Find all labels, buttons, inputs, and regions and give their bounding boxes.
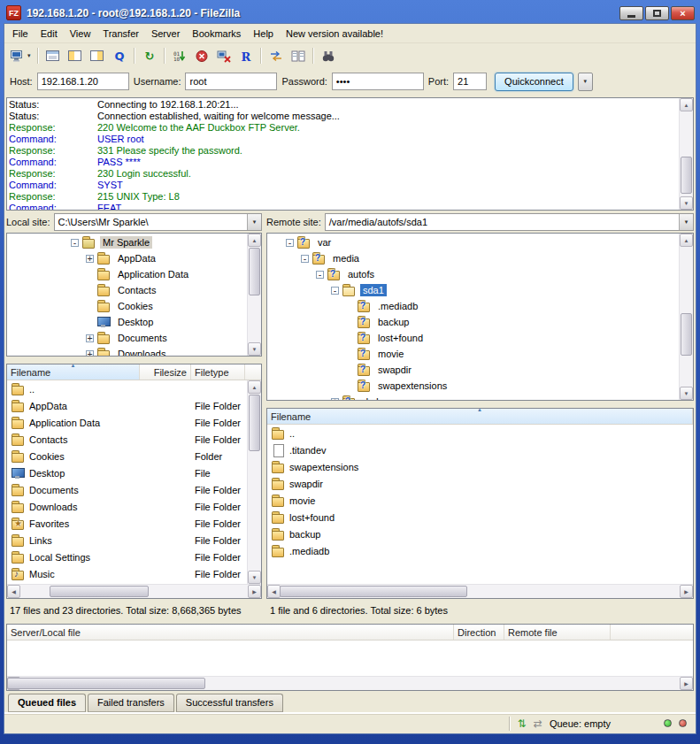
scroll-right-button[interactable]: ▶ [248, 585, 261, 598]
file-row[interactable]: DocumentsFile Folder [7, 481, 261, 498]
log-vertical-scrollbar[interactable]: ▲ ▼ [679, 98, 693, 210]
file-row[interactable]: .mediadb [267, 542, 693, 559]
toggle-message-log-button[interactable] [42, 46, 64, 65]
title-bar[interactable]: FZ 192.168.1.20 - root@192.168.1.20 - Fi… [0, 0, 700, 23]
scroll-right-button[interactable]: ▶ [680, 585, 693, 598]
collapse-icon[interactable]: - [331, 287, 339, 295]
quickconnect-button[interactable]: Quickconnect [495, 73, 573, 91]
file-row[interactable]: ♪MusicFile Folder [7, 565, 261, 582]
tab-queued-files[interactable]: Queued files [8, 694, 86, 712]
file-row[interactable]: .. [7, 380, 261, 397]
chevron-down-icon[interactable]: ▾ [679, 214, 693, 230]
remote-tree-scrollbar[interactable]: ▲ ▼ [679, 234, 693, 400]
file-row[interactable]: AppDataFile Folder [7, 397, 261, 414]
local-list-vertical-scrollbar[interactable]: ▲ ▼ [247, 380, 261, 584]
synchronized-browsing-button[interactable] [288, 46, 309, 65]
close-button[interactable]: × [671, 6, 695, 20]
scroll-down-button[interactable]: ▼ [680, 387, 693, 400]
tree-item[interactable]: -?media [267, 250, 679, 266]
tab-successful-transfers[interactable]: Successful transfers [176, 694, 283, 712]
file-row[interactable]: movie [267, 492, 693, 509]
file-row[interactable]: swapextensions [267, 458, 693, 475]
refresh-button[interactable]: ↻ [139, 46, 160, 65]
scrollbar-thumb[interactable] [50, 586, 149, 597]
local-site-combo[interactable]: C:\Users\Mr Sparkle\ ▾ [54, 213, 262, 231]
menu-item-view[interactable]: View [64, 26, 97, 42]
host-input[interactable] [37, 73, 129, 90]
file-row[interactable]: .titandev [267, 441, 693, 458]
tree-item[interactable]: ?movie [267, 346, 679, 362]
scrollbar-thumb[interactable] [681, 313, 692, 356]
scrollbar-thumb[interactable] [681, 157, 692, 195]
toggle-queue-button[interactable]: Q [109, 46, 130, 65]
quickconnect-dropdown-button[interactable]: ▾ [578, 73, 593, 91]
menu-item-file[interactable]: File [6, 26, 35, 42]
menu-item-transfer[interactable]: Transfer [96, 26, 145, 42]
column-header-filename[interactable]: ▲Filename [7, 364, 140, 380]
file-row[interactable]: ★FavoritesFile Folder [7, 515, 261, 532]
scrollbar-thumb[interactable] [249, 395, 260, 451]
tree-item[interactable]: Desktop [7, 314, 247, 330]
site-manager-button[interactable]: ▾ [8, 46, 34, 65]
remote-list-horizontal-scrollbar[interactable]: ◀ ▶ [267, 584, 693, 598]
file-row[interactable]: DownloadsFile Folder [7, 498, 261, 515]
column-header-filetype[interactable]: Filetype [191, 364, 245, 380]
password-input[interactable] [332, 73, 424, 90]
local-tree-scrollbar[interactable]: ▲ ▼ [247, 234, 261, 356]
file-row[interactable]: CookiesFolder [7, 448, 261, 464]
minimize-button[interactable] [619, 6, 643, 20]
column-header-filesize[interactable]: Filesize [140, 364, 191, 380]
scroll-left-button[interactable]: ◀ [267, 585, 281, 598]
tree-item[interactable]: ?backup [267, 314, 679, 330]
scroll-up-button[interactable]: ▲ [248, 234, 261, 247]
toggle-local-tree-button[interactable] [65, 46, 86, 65]
file-row[interactable]: ContactsFile Folder [7, 431, 261, 448]
toggle-remote-tree-button[interactable] [87, 46, 108, 65]
tree-item[interactable]: ?swapdir [267, 362, 679, 378]
local-list-horizontal-scrollbar[interactable]: ◀ ▶ [7, 584, 261, 598]
tree-item[interactable]: Contacts [7, 282, 247, 298]
tree-item[interactable]: Application Data [7, 266, 247, 282]
tree-item[interactable]: +AppData [7, 250, 247, 266]
tree-item[interactable]: -?autofs [267, 266, 679, 282]
tree-item[interactable]: -sda1 [267, 282, 679, 298]
column-header-filename[interactable]: ▲Filename [267, 409, 693, 424]
tree-item[interactable]: ?lost+found [267, 330, 679, 346]
menu-item-server[interactable]: Server [145, 26, 186, 42]
file-row[interactable]: Local SettingsFile Folder [7, 548, 261, 565]
menu-item-edit[interactable]: Edit [35, 26, 64, 42]
column-header-direction[interactable]: Direction [454, 625, 504, 640]
horizontal-splitter[interactable] [6, 357, 262, 364]
file-row[interactable]: backup [267, 525, 693, 542]
queue-horizontal-scrollbar[interactable]: ◀ ▶ [7, 676, 693, 690]
expand-icon[interactable]: + [86, 334, 94, 342]
collapse-icon[interactable]: - [286, 239, 294, 247]
collapse-icon[interactable]: - [301, 255, 309, 263]
collapse-icon[interactable]: - [316, 271, 324, 279]
file-row[interactable]: Application DataFile Folder [7, 414, 261, 431]
tree-item[interactable]: ?.mediadb [267, 298, 679, 314]
scroll-down-button[interactable]: ▼ [248, 571, 261, 584]
remote-site-combo[interactable]: /var/media/autofs/sda1 ▾ [325, 213, 694, 231]
chevron-down-icon[interactable]: ▾ [247, 214, 261, 230]
expand-icon[interactable]: + [86, 255, 94, 263]
tab-failed-transfers[interactable]: Failed transfers [88, 694, 174, 712]
scrollbar-thumb[interactable] [7, 678, 205, 689]
tree-item[interactable]: ?swapextensions [267, 378, 679, 394]
scroll-up-button[interactable]: ▲ [248, 380, 261, 394]
port-input[interactable] [453, 73, 487, 90]
expand-icon[interactable]: + [86, 350, 94, 357]
file-row[interactable]: .. [267, 425, 693, 441]
file-row[interactable]: DesktopFile [7, 464, 261, 481]
tree-item[interactable]: Cookies [7, 298, 247, 314]
directory-comparison-button[interactable] [265, 46, 287, 65]
process-queue-button[interactable]: 0110 [169, 46, 190, 65]
expand-icon[interactable]: + [331, 398, 339, 401]
scroll-right-button[interactable]: ▶ [680, 677, 693, 690]
column-header-server-local-file[interactable]: Server/Local file [7, 625, 454, 640]
tree-item[interactable]: +Downloads [7, 346, 247, 356]
tree-item[interactable]: +?dvd [267, 394, 679, 400]
chevron-down-icon[interactable]: ▾ [27, 52, 31, 59]
find-files-button[interactable] [318, 46, 339, 65]
file-row[interactable]: lost+found [267, 509, 693, 525]
